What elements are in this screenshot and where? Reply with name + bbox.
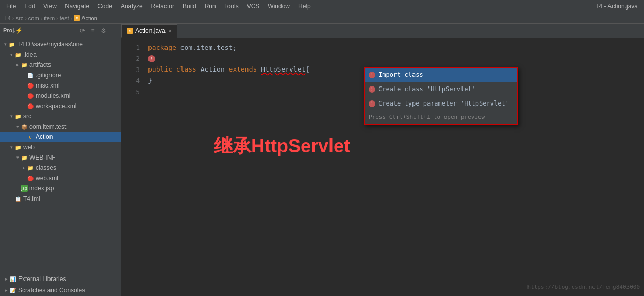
scratches-icon: 📝 [9, 287, 16, 294]
gear-button[interactable]: ⚙ [99, 27, 107, 35]
tree-item-t4[interactable]: ▾ 📁 T4 D:\save\myclass\one [0, 39, 121, 49]
tab-class-icon: c [127, 28, 133, 34]
folder-icon-src: 📁 [14, 113, 22, 120]
autocomplete-label-create-type: Create type parameter 'HttpServlet' [378, 99, 509, 109]
collapse-button[interactable]: ≡ [89, 27, 97, 35]
tree-label-artifacts: artifacts [29, 61, 51, 68]
autocomplete-item-import[interactable]: ! Import class [365, 68, 517, 82]
file-icon-action: c [27, 133, 34, 141]
breadcrumb-test[interactable]: test [60, 15, 69, 21]
external-libraries-item[interactable]: ▸ 📊 External Libraries [0, 273, 121, 285]
menu-navigate[interactable]: Navigate [61, 2, 93, 11]
menu-view[interactable]: View [39, 2, 61, 11]
tree-label-external-libs: External Libraries [18, 275, 66, 283]
breadcrumb-action[interactable]: Action [81, 15, 97, 21]
tree-item-index-jsp[interactable]: jsp index.jsp [0, 183, 121, 194]
folder-icon-webinf: 📁 [21, 154, 28, 161]
watermark: https://blog.csdn.net/feng8403000 [527, 283, 640, 292]
autocomplete-error-icon-3: ! [369, 100, 375, 107]
code-token-classname: Action [196, 64, 229, 75]
menu-bar: File Edit View Navigate Code Analyze Ref… [0, 0, 644, 12]
code-line-2: ! [148, 53, 644, 64]
code-token-package-name: com.item.test; [176, 42, 237, 53]
autocomplete-label-create-class: Create class 'HttpServlet' [378, 84, 475, 95]
breadcrumb-src[interactable]: src [16, 15, 24, 21]
tree-item-web[interactable]: ▾ 📁 web [0, 142, 121, 152]
breadcrumb-class-icon: c [74, 15, 80, 21]
code-token-extends: extends [229, 64, 257, 75]
menu-build[interactable]: Build [178, 2, 201, 11]
tree-label-index-jsp: index.jsp [29, 185, 54, 192]
code-token-brace-close: } [148, 75, 152, 86]
menu-run[interactable]: Run [201, 2, 220, 11]
main-area: Proj.⚡ ⟳ ≡ ⚙ — ▾ 📁 T4 D:\save\myclass\on… [0, 24, 644, 296]
sidebar-tree: ▾ 📁 T4 D:\save\myclass\one ▾ 📁 .idea ▸ 📁… [0, 38, 121, 273]
tree-item-webinf[interactable]: ▾ 📁 WEB-INF [0, 152, 121, 163]
tree-item-modules-xml[interactable]: 🔴 modules.xml [0, 91, 121, 101]
autocomplete-label-import: Import class [378, 70, 423, 80]
folder-icon-artifacts: 📁 [21, 61, 28, 68]
tree-label-modules-xml: modules.xml [36, 92, 70, 99]
external-libs-icon: 📊 [9, 275, 16, 283]
autocomplete-error-icon-1: ! [369, 72, 375, 78]
menu-help[interactable]: Help [294, 2, 315, 11]
breadcrumb-sep-4: › [56, 15, 58, 21]
file-icon-modules-xml: 🔴 [27, 92, 34, 99]
tree-item-action[interactable]: c Action [0, 132, 121, 142]
app-title: T4 - Action.java [595, 3, 642, 10]
autocomplete-item-create-type[interactable]: ! Create type parameter 'HttpServlet' [365, 97, 517, 111]
tree-item-workspace-xml[interactable]: 🔴 workspace.xml [0, 101, 121, 111]
minimize-button[interactable]: — [109, 27, 118, 35]
tree-item-src[interactable]: ▾ 📁 src [0, 111, 121, 121]
tree-item-idea[interactable]: ▾ 📁 .idea [0, 49, 121, 60]
tree-item-com-item-test[interactable]: ▾ 📦 com.item.test [0, 121, 121, 132]
tree-arrow-src: ▾ [8, 114, 14, 119]
sidebar-title: Proj.⚡ [3, 27, 23, 34]
menu-window[interactable]: Window [263, 2, 294, 11]
file-icon-workspace-xml: 🔴 [27, 102, 34, 110]
menu-vcs[interactable]: VCS [243, 2, 264, 11]
file-icon-gitignore: 📄 [27, 72, 34, 79]
menu-edit[interactable]: Edit [20, 2, 39, 11]
autocomplete-item-create-class[interactable]: ! Create class 'HttpServlet' [365, 82, 517, 97]
tree-arrow-com-item-test: ▾ [14, 124, 21, 129]
tree-item-web-xml[interactable]: 🔴 web.xml [0, 173, 121, 183]
breadcrumb-t4[interactable]: T4 [4, 15, 11, 21]
tree-arrow-classes: ▸ [21, 165, 27, 170]
tree-item-classes[interactable]: ▸ 📁 classes [0, 163, 121, 173]
menu-refactor[interactable]: Refactor [147, 2, 178, 11]
package-icon-com-item-test: 📦 [21, 123, 28, 130]
tree-label-t4: T4 D:\save\myclass\one [17, 41, 83, 48]
tree-label-misc-xml: misc.xml [36, 82, 60, 89]
tab-close-button[interactable]: × [169, 28, 172, 34]
tree-item-misc-xml[interactable]: 🔴 misc.xml [0, 80, 121, 91]
code-token-httpservlet: HttpServlet [261, 64, 305, 75]
menu-tools[interactable]: Tools [220, 2, 243, 11]
tab-label-action-java: Action.java [135, 27, 166, 34]
tree-label-workspace-xml: workspace.xml [36, 102, 76, 110]
tree-label-src: src [23, 113, 31, 120]
autocomplete-error-icon-2: ! [369, 86, 375, 93]
menu-file[interactable]: File [2, 2, 20, 11]
breadcrumb-com[interactable]: com [28, 15, 39, 21]
tree-arrow-webinf: ▾ [14, 155, 21, 160]
editor-tab-action-java[interactable]: c Action.java × [121, 24, 177, 38]
editor-content[interactable]: 1 2 3 4 5 package com.item.test; ! [121, 38, 644, 296]
tree-item-gitignore[interactable]: 📄 .gitignore [0, 70, 121, 80]
scratches-item[interactable]: ▸ 📝 Scratches and Consoles [0, 285, 121, 296]
tree-label-gitignore: .gitignore [36, 72, 61, 79]
menu-analyze[interactable]: Analyze [117, 2, 147, 11]
file-icon-index-jsp: jsp [21, 185, 28, 192]
tree-item-artifacts[interactable]: ▸ 📁 artifacts [0, 60, 121, 70]
code-token-brace-open: { [305, 64, 309, 75]
autocomplete-popup[interactable]: ! Import class ! Create class 'HttpServl… [364, 67, 518, 125]
code-editor[interactable]: package com.item.test; ! public class Ac… [142, 38, 644, 296]
sync-button[interactable]: ⟳ [78, 27, 87, 35]
breadcrumb: T4 › src › com › item › test › c Action [0, 12, 644, 24]
tree-item-t4-iml[interactable]: 📋 T4.iml [0, 194, 121, 204]
menu-code[interactable]: Code [93, 2, 117, 11]
tree-arrow-t4: ▾ [2, 42, 8, 47]
breadcrumb-item[interactable]: item [44, 15, 55, 21]
tree-label-idea: .idea [23, 51, 37, 58]
tree-label-classes: classes [36, 164, 56, 171]
